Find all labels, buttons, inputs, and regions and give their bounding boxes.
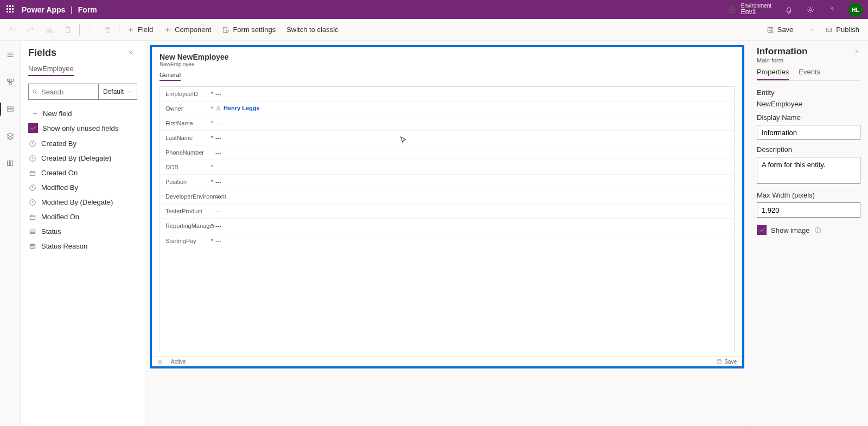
add-component-button[interactable]: Component <box>159 21 215 39</box>
svg-rect-11 <box>11 79 13 81</box>
form-field-row[interactable]: ReportingManager*--- <box>160 219 734 233</box>
plus-icon <box>164 26 171 34</box>
show-image-checkbox[interactable]: Show image <box>757 225 860 235</box>
form-field-label: LastName <box>165 135 209 141</box>
form-field-row[interactable]: Position*--- <box>160 175 734 189</box>
publish-button[interactable]: Publish <box>821 21 864 39</box>
svg-rect-14 <box>7 110 13 111</box>
field-list-item[interactable]: Created By <box>21 136 145 151</box>
field-list-item[interactable]: Status <box>21 224 145 239</box>
field-list-label: Created On <box>41 169 78 177</box>
form-field-label: EmployeeID <box>165 91 209 97</box>
notifications-button[interactable] <box>778 0 800 19</box>
form-field-row[interactable]: TesterProduct--- <box>160 204 734 219</box>
user-avatar[interactable]: HL <box>848 3 863 17</box>
field-list-item[interactable]: Modified By (Delegate) <box>21 195 145 209</box>
undo-button[interactable] <box>4 21 21 39</box>
info-icon <box>814 227 821 234</box>
app-title: Power Apps | Form <box>22 5 97 14</box>
form-field-value: --- <box>215 179 221 185</box>
display-name-input[interactable] <box>757 125 860 140</box>
form-tab-general[interactable]: General <box>159 72 181 81</box>
delete-button[interactable] <box>99 21 116 39</box>
fields-panel: Fields NewEmployee Default New field Sho… <box>21 41 145 426</box>
fields-panel-title: Fields <box>28 47 124 59</box>
environment-picker[interactable]: Environment Env1 <box>727 3 771 16</box>
list-icon <box>28 243 37 250</box>
form-field-row[interactable]: EmployeeID*--- <box>160 87 734 101</box>
form-field-row[interactable]: Owner*Henry Legge <box>160 101 734 116</box>
properties-title: Information <box>757 46 853 57</box>
field-list-label: Modified By (Delegate) <box>41 198 113 206</box>
paste-button[interactable] <box>60 21 76 39</box>
form-field-row[interactable]: StartingPay*--- <box>160 233 734 248</box>
required-marker: * <box>209 91 215 97</box>
maxwidth-label: Max Width (pixels) <box>757 191 860 199</box>
chevron-down-icon <box>87 27 93 33</box>
svg-rect-28 <box>717 360 721 364</box>
field-list-item[interactable]: Status Reason <box>21 239 145 253</box>
description-input[interactable] <box>757 157 860 184</box>
rail-components[interactable] <box>2 128 19 145</box>
form-field-label: DeveloperEnvironment <box>165 193 209 200</box>
add-field-button[interactable]: Field <box>123 21 157 39</box>
svg-rect-16 <box>10 161 12 166</box>
required-marker: * <box>209 135 215 141</box>
display-name-label: Display Name <box>757 113 860 122</box>
show-unused-checkbox[interactable]: Show only unused fields <box>28 123 137 133</box>
entity-value: NewEmployee <box>757 100 860 108</box>
fields-panel-close[interactable] <box>124 46 137 59</box>
settings-button[interactable] <box>800 0 821 19</box>
fields-search-input[interactable] <box>41 88 95 96</box>
form-field-label: StartingPay <box>165 238 209 244</box>
app-launcher-button[interactable] <box>0 0 22 19</box>
form-field-row[interactable]: DeveloperEnvironment--- <box>160 189 734 204</box>
form-settings-icon <box>222 26 229 34</box>
form-field-row[interactable]: LastName*--- <box>160 131 734 145</box>
chevron-right-icon[interactable] <box>853 48 860 55</box>
switch-classic-button[interactable]: Switch to classic <box>282 21 342 39</box>
page-name: Form <box>78 5 97 14</box>
form-field-row[interactable]: PhoneNumber--- <box>160 145 734 160</box>
checkbox-checked-icon <box>757 225 767 235</box>
rail-hamburger[interactable] <box>2 46 19 63</box>
required-marker: * <box>209 164 215 170</box>
tab-properties[interactable]: Properties <box>757 68 789 80</box>
form-field-value: --- <box>215 135 221 141</box>
environment-name: Env1 <box>741 9 771 16</box>
form-field-value: --- <box>215 149 221 156</box>
redo-icon <box>27 26 35 34</box>
tree-icon <box>6 78 15 86</box>
rail-fields[interactable] <box>2 100 19 118</box>
cut-button[interactable] <box>41 21 58 39</box>
form-status: Active <box>171 359 186 365</box>
library-icon <box>6 159 15 168</box>
waffle-icon <box>7 5 15 14</box>
field-list-item[interactable]: Modified By <box>21 180 145 195</box>
form-field-row[interactable]: DOB* <box>160 160 734 175</box>
form-field-label: TesterProduct <box>165 208 209 214</box>
tab-events[interactable]: Events <box>799 68 820 80</box>
redo-button[interactable] <box>23 21 39 39</box>
rail-tree[interactable] <box>2 73 19 91</box>
help-button[interactable] <box>821 0 843 19</box>
form-selection[interactable]: New NewEmployee NewEmployee General Empl… <box>150 45 744 368</box>
top-header: Power Apps | Form Environment Env1 HL <box>0 0 868 19</box>
close-icon <box>127 49 134 56</box>
field-list-item[interactable]: Created On <box>21 166 145 180</box>
fields-entity-tab[interactable]: NewEmployee <box>28 65 74 76</box>
field-list-item[interactable]: Modified On <box>21 209 145 224</box>
save-button[interactable]: Save <box>762 21 798 39</box>
form-record-subtitle: NewEmployee <box>159 61 735 67</box>
rail-library[interactable] <box>2 155 19 172</box>
save-dropdown[interactable] <box>805 21 819 39</box>
svg-point-1 <box>809 9 812 11</box>
form-settings-button[interactable]: Form settings <box>218 21 280 39</box>
paste-dropdown[interactable] <box>83 21 97 39</box>
list-icon <box>28 228 37 236</box>
fields-filter-dropdown[interactable]: Default <box>98 84 137 99</box>
form-field-row[interactable]: FirstName*--- <box>160 116 734 131</box>
maxwidth-input[interactable] <box>757 202 860 218</box>
field-list-item[interactable]: Created By (Delegate) <box>21 151 145 166</box>
new-field-button[interactable]: New field <box>28 106 137 121</box>
